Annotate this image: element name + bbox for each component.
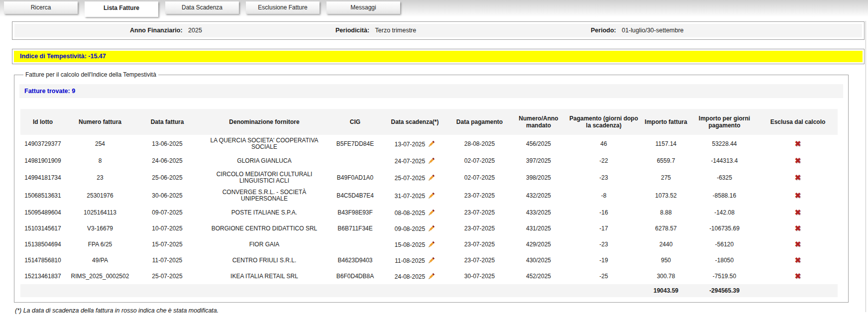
invoice-row: 1514785681049/PA11-07-2025CENTRO FRIULI …: [20, 252, 838, 268]
invoice-row: 1490372937725413-06-2025LA QUERCIA SOCIE…: [20, 135, 838, 153]
fornitore-cell: CONVERGE S.R.L. - SOCIETÀ UNIPERSONALE: [200, 187, 329, 205]
id-lotto-cell: 14903729377: [20, 135, 65, 153]
tab-data-scadenza[interactable]: Data Scadenza: [165, 1, 239, 14]
id-lotto-cell: 15147856810: [20, 252, 65, 268]
edit-due-date-pencil-icon[interactable]: [428, 140, 435, 148]
data-fattura-cell: 13-06-2025: [135, 135, 200, 153]
tab-esclusione-fatture[interactable]: Esclusione Fatture: [246, 1, 320, 14]
edit-due-date-pencil-icon[interactable]: [428, 209, 435, 216]
exclude-invoice-x-icon[interactable]: ✖: [795, 241, 801, 247]
exclude-invoice-x-icon[interactable]: ✖: [795, 273, 801, 279]
column-header: Numero fattura: [65, 109, 135, 135]
fornitore-cell: GLORIA GIANLUCA: [200, 153, 329, 169]
giorni-dopo-scadenza-cell: -16: [566, 205, 641, 220]
periodicita-value: Terzo trimestre: [375, 27, 417, 34]
data-scadenza-cell: 24-07-2025: [381, 153, 448, 169]
edit-due-date-pencil-icon[interactable]: [428, 241, 435, 248]
fornitore-cell: IKEA ITALIA RETAIL SRL: [200, 268, 329, 284]
exclude-invoice-x-icon[interactable]: ✖: [795, 174, 801, 181]
tab-bar: Ricerca Lista Fatture Data Scadenza Escl…: [0, 0, 868, 17]
data-fattura-cell: 10-07-2025: [135, 220, 200, 236]
importo-giorni-cell: -142.08: [691, 205, 758, 220]
tab-messaggi[interactable]: Messaggi: [326, 1, 400, 14]
periodo-label: Periodo:: [591, 27, 616, 34]
edit-due-date-pencil-icon[interactable]: [428, 225, 435, 232]
numero-fattura-cell: FPA 6/25: [65, 236, 135, 252]
mandato-cell: 398/2025: [511, 169, 566, 187]
cig-cell: B6F0D4DB8A: [329, 268, 381, 284]
exclude-invoice-x-icon[interactable]: ✖: [795, 157, 801, 164]
data-pagamento-cell: 23-07-2025: [448, 236, 511, 252]
id-lotto-cell: 14981901909: [20, 153, 65, 169]
anno-finanziario-label: Anno Finanziario:: [130, 27, 183, 34]
due-date-value: 08-08-2025: [395, 210, 425, 216]
exclude-invoice-x-icon[interactable]: ✖: [795, 192, 801, 199]
importo-giorni-cell: -7519.50: [691, 268, 758, 284]
data-scadenza-cell: 11-08-2025: [381, 252, 448, 268]
esclusa-dal-calcolo-cell: ✖: [758, 252, 838, 268]
exclude-invoice-x-icon[interactable]: ✖: [795, 225, 801, 231]
data-scadenza-cell: 31-07-2025: [381, 187, 448, 205]
tab-lista-fatture[interactable]: Lista Fatture: [85, 1, 158, 17]
id-lotto-cell: 15213461837: [20, 268, 65, 284]
importo-fattura-cell: 275: [641, 169, 691, 187]
esclusa-dal-calcolo-cell: ✖: [758, 135, 838, 153]
data-fattura-cell: 25-06-2025: [135, 169, 200, 187]
invoices-fieldset: Fatture per il calcolo dell'Indice della…: [14, 71, 849, 303]
cig-cell: B49F0AD1A0: [329, 169, 381, 187]
numero-fattura-cell: V3-16679: [65, 220, 135, 236]
invoice-row: 15103145617V3-1667910-07-2025BORGIONE CE…: [20, 220, 838, 236]
giorni-dopo-scadenza-cell: -22: [566, 153, 641, 169]
fornitore-cell: LA QUERCIA SOCIETA' COOPERATIVA SOCIALE: [200, 135, 329, 153]
due-date-value: 24-07-2025: [395, 158, 425, 165]
exclude-invoice-x-icon[interactable]: ✖: [795, 140, 801, 147]
giorni-dopo-scadenza-cell: -23: [566, 169, 641, 187]
due-date-value: 15-08-2025: [395, 242, 425, 248]
invoice-row: 15213461837RIMS_2025_000250225-07-2025IK…: [20, 268, 838, 284]
numero-fattura-cell: 49/PA: [65, 252, 135, 268]
data-pagamento-cell: 30-07-2025: [448, 268, 511, 284]
edit-due-date-pencil-icon[interactable]: [428, 174, 435, 182]
edit-due-date-pencil-icon[interactable]: [428, 273, 435, 280]
red-date-footnote: (*) La data di scadenza della fattura in…: [15, 307, 868, 314]
data-pagamento-cell: 23-07-2025: [448, 205, 511, 220]
total-importo-per-giorni: -294565.39: [691, 284, 758, 297]
giorni-dopo-scadenza-cell: -8: [566, 187, 641, 205]
anno-finanziario-group: Anno Finanziario: 2025: [130, 24, 202, 37]
importo-giorni-cell: -144313.4: [691, 153, 758, 169]
numero-fattura-cell: 1025164113: [65, 205, 135, 220]
periodicita-group: Periodicità: Terzo trimestre: [335, 24, 416, 37]
due-date-value: 31-07-2025: [395, 193, 425, 200]
window-right-edge: [866, 21, 866, 312]
totals-row: 19043.59-294565.39: [20, 284, 838, 297]
column-header: Denominazione fornitore: [200, 109, 329, 135]
edit-due-date-pencil-icon[interactable]: [428, 257, 435, 264]
fornitore-cell: FIOR GAIA: [200, 236, 329, 252]
total-importo-fattura: 19043.59: [641, 284, 691, 297]
data-pagamento-cell: 23-07-2025: [448, 220, 511, 236]
numero-fattura-cell: 25301976: [65, 187, 135, 205]
id-lotto-cell: 15138504694: [20, 236, 65, 252]
due-date-value: 13-07-2025: [395, 141, 425, 148]
column-header: Id lotto: [20, 109, 65, 135]
importo-fattura-cell: 2440: [641, 236, 691, 252]
edit-due-date-pencil-icon[interactable]: [428, 157, 435, 165]
giorni-dopo-scadenza-cell: -17: [566, 220, 641, 236]
edit-due-date-pencil-icon[interactable]: [428, 192, 435, 200]
exclude-invoice-x-icon[interactable]: ✖: [795, 209, 801, 215]
data-scadenza-cell: 08-08-2025: [381, 205, 448, 220]
data-fattura-cell: 09-07-2025: [135, 205, 200, 220]
esclusa-dal-calcolo-cell: ✖: [758, 153, 838, 169]
exclude-invoice-x-icon[interactable]: ✖: [795, 257, 801, 263]
due-date-value: 24-08-2025: [395, 274, 425, 280]
importo-fattura-cell: 1073.52: [641, 187, 691, 205]
column-header: Importo fattura: [641, 109, 691, 135]
column-header: Pagamento (giorni dopo la scadenza): [566, 109, 641, 135]
mandato-cell: 431/2025: [511, 220, 566, 236]
mandato-cell: 433/2025: [511, 205, 566, 220]
mandato-cell: 432/2025: [511, 187, 566, 205]
totals-esclusa-spacer: [758, 284, 838, 297]
tab-ricerca[interactable]: Ricerca: [4, 1, 78, 14]
importo-giorni-cell: -56120: [691, 236, 758, 252]
id-lotto-cell: 15095489604: [20, 205, 65, 220]
